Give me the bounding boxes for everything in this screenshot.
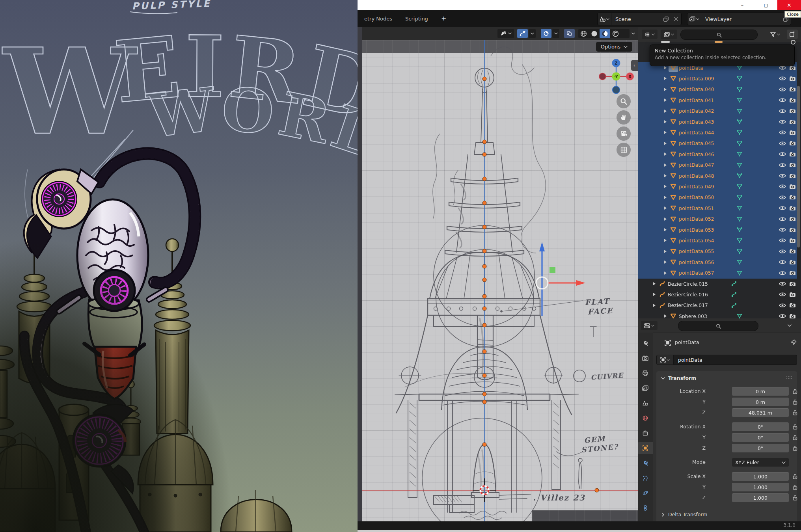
- disable-render-camera-icon[interactable]: [789, 76, 796, 81]
- disclosure-arrow-icon[interactable]: [664, 217, 667, 221]
- disclosure-arrow-icon[interactable]: [664, 109, 667, 113]
- outliner-filter-button[interactable]: [767, 30, 783, 39]
- disable-render-camera-icon[interactable]: [789, 87, 796, 92]
- hide-eye-icon[interactable]: [779, 206, 786, 210]
- scene-copy-icon[interactable]: [661, 17, 671, 22]
- properties-tab-collection[interactable]: [638, 427, 653, 439]
- close-button[interactable]: ✕: [777, 0, 801, 10]
- outliner-row[interactable]: pointData.049: [638, 181, 797, 192]
- lock-icon[interactable]: [793, 399, 797, 405]
- properties-tab-tool[interactable]: [638, 337, 653, 349]
- transform-value-field[interactable]: 1.000: [732, 483, 789, 491]
- properties-tab-view-layer[interactable]: [638, 382, 653, 394]
- outliner-row[interactable]: pointData.044: [638, 127, 797, 138]
- shading-material-button[interactable]: [600, 29, 610, 38]
- lock-icon[interactable]: [793, 474, 797, 479]
- outliner-row[interactable]: Sphere.003: [638, 311, 797, 318]
- snap-button[interactable]: [541, 29, 551, 38]
- hide-eye-icon[interactable]: [779, 314, 786, 318]
- hide-eye-icon[interactable]: [779, 163, 786, 167]
- disable-render-camera-icon[interactable]: [789, 130, 796, 135]
- disclosure-arrow-icon[interactable]: [664, 120, 667, 124]
- curve-control-points[interactable]: [482, 77, 599, 492]
- hide-eye-icon[interactable]: [779, 109, 786, 113]
- transform-value-field[interactable]: 0 m: [732, 387, 789, 396]
- outliner-row[interactable]: BezierCircle.015: [638, 278, 797, 289]
- outliner-row[interactable]: pointData.052: [638, 214, 797, 225]
- properties-tab-scene[interactable]: [638, 397, 653, 409]
- outliner-row[interactable]: pointData.056: [638, 257, 797, 268]
- shading-dropdown[interactable]: [630, 29, 637, 38]
- properties-tab-physics[interactable]: [638, 487, 653, 499]
- hide-eye-icon[interactable]: [779, 303, 786, 308]
- shading-rendered-button[interactable]: [610, 29, 621, 38]
- disable-render-camera-icon[interactable]: [789, 238, 796, 243]
- disclosure-arrow-icon[interactable]: [664, 228, 667, 232]
- disclosure-arrow-icon[interactable]: [664, 141, 667, 145]
- disable-render-camera-icon[interactable]: [789, 108, 796, 113]
- hide-eye-icon[interactable]: [779, 76, 786, 81]
- properties-editor-type-button[interactable]: [641, 321, 658, 330]
- disclosure-arrow-icon[interactable]: [664, 314, 667, 318]
- disclosure-arrow-icon[interactable]: [664, 98, 667, 102]
- hide-eye-icon[interactable]: [779, 184, 786, 189]
- disable-render-camera-icon[interactable]: [789, 314, 796, 318]
- disable-render-camera-icon[interactable]: [789, 162, 796, 167]
- lock-icon[interactable]: [793, 435, 797, 440]
- hide-eye-icon[interactable]: [779, 130, 786, 135]
- hide-eye-icon[interactable]: [779, 227, 786, 232]
- outliner-row[interactable]: BezierCircle.016: [638, 289, 797, 300]
- scene-selector[interactable]: Scene: [597, 13, 682, 25]
- show-gizmo-button[interactable]: [497, 29, 514, 38]
- disable-render-camera-icon[interactable]: [789, 292, 796, 297]
- disable-render-camera-icon[interactable]: [789, 281, 796, 286]
- snap-dropdown[interactable]: [552, 29, 559, 38]
- zoom-button[interactable]: [617, 94, 631, 108]
- camera-view-button[interactable]: [617, 126, 631, 141]
- hide-eye-icon[interactable]: [779, 238, 786, 243]
- tab-geometry-nodes[interactable]: etry Nodes: [359, 11, 398, 27]
- hide-eye-icon[interactable]: [779, 119, 786, 124]
- hide-eye-icon[interactable]: [779, 195, 786, 200]
- pin-icon[interactable]: [791, 339, 797, 345]
- disable-render-camera-icon[interactable]: [789, 249, 796, 254]
- transform-value-field[interactable]: 0 m: [732, 398, 789, 406]
- hide-eye-icon[interactable]: [779, 260, 786, 264]
- outliner-search-input[interactable]: [680, 30, 758, 40]
- transform-value-field[interactable]: 1.000: [732, 493, 789, 502]
- disable-render-camera-icon[interactable]: [789, 227, 796, 233]
- disclosure-arrow-icon[interactable]: [653, 292, 656, 296]
- outliner-display-mode-button[interactable]: [661, 30, 677, 39]
- hide-eye-icon[interactable]: [779, 281, 786, 286]
- proportional-dropdown[interactable]: [529, 29, 536, 38]
- disable-render-camera-icon[interactable]: [789, 195, 796, 200]
- disable-render-camera-icon[interactable]: [789, 206, 796, 211]
- lock-icon[interactable]: [793, 410, 797, 415]
- outliner-row[interactable]: pointData.009: [638, 73, 797, 84]
- hide-eye-icon[interactable]: [779, 173, 786, 178]
- maximize-button[interactable]: ▢: [757, 0, 775, 10]
- properties-tab-output[interactable]: [638, 367, 653, 379]
- disclosure-arrow-icon[interactable]: [653, 303, 656, 307]
- transform-value-field[interactable]: 48.031 m: [732, 408, 789, 417]
- disable-render-camera-icon[interactable]: [789, 141, 796, 146]
- properties-tab-render[interactable]: [638, 352, 653, 364]
- properties-search-input[interactable]: [678, 321, 758, 331]
- disclosure-arrow-icon[interactable]: [664, 152, 667, 156]
- outliner-row[interactable]: pointData.046: [638, 149, 797, 160]
- shading-wireframe-button[interactable]: [578, 29, 589, 38]
- outliner-row[interactable]: pointData.041: [638, 95, 797, 106]
- pan-hand-button[interactable]: [617, 110, 631, 125]
- properties-tab-modifiers[interactable]: [638, 457, 653, 469]
- outliner-row[interactable]: pointData.040: [638, 84, 797, 95]
- hide-eye-icon[interactable]: [779, 152, 786, 156]
- outliner-row[interactable]: pointData.042: [638, 106, 797, 117]
- outliner-row[interactable]: pointData.055: [638, 246, 797, 257]
- sidebar-toggle-tab[interactable]: ‹: [631, 60, 638, 71]
- hide-eye-icon[interactable]: [779, 87, 786, 92]
- disable-render-camera-icon[interactable]: [789, 260, 796, 265]
- transform-value-field[interactable]: XYZ Euler: [732, 458, 789, 467]
- outliner-scrollbar[interactable]: [797, 86, 800, 247]
- gizmo-plane-handle[interactable]: [550, 267, 555, 273]
- disable-render-camera-icon[interactable]: [789, 216, 796, 221]
